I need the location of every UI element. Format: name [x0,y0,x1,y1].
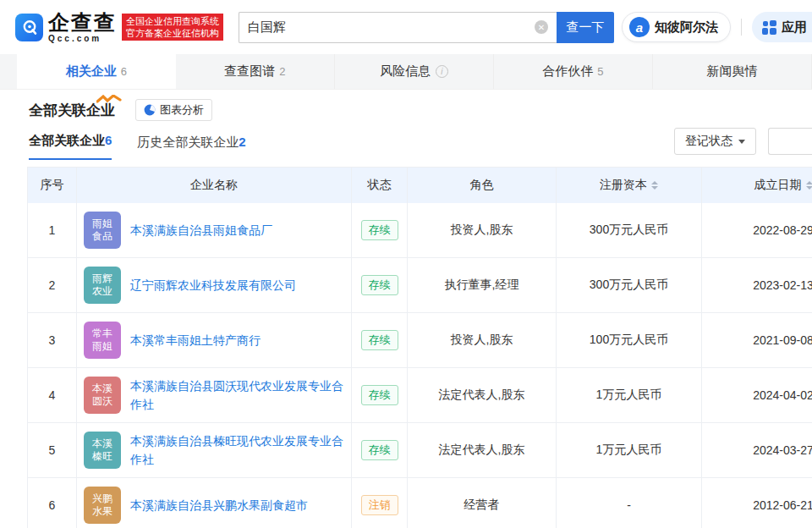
table-row: 3 常丰雨姐 本溪常丰雨姐土特产商行 存续 投资人,股东 100万元人民币 20… [28,313,812,368]
col-status: 状态 [352,168,408,203]
status-badge: 存续 [361,330,398,350]
info-icon: i [436,65,448,78]
table-row: 4 本溪圆沃 本溪满族自治县圆沃现代农业发展专业合作社 存续 法定代表人,股东 … [28,368,812,423]
company-name-link[interactable]: 本溪常丰雨姐土特产商行 [130,331,261,349]
company-name-link[interactable]: 本溪满族自治县圆沃现代农业发展专业合作社 [130,377,346,414]
company-avatar: 兴鹏水果 [84,487,121,524]
col-seq: 序号 [28,168,77,203]
top-header: 企查查 Qcc.com 全国企业信用查询系统 官方备案企业征信机构 ✕ 查一下 … [0,0,812,54]
col-name: 企业名称 [77,168,352,203]
primary-tabbar: 相关企业 6 查查图谱 2 风险信息 i 合作伙伴 5 新闻舆情 [0,54,812,90]
company-avatar: 雨辉农业 [84,267,121,304]
status-badge: 注销 [361,495,398,515]
search-box: ✕ [239,12,557,43]
title-highlight-mark [96,95,122,103]
status-badge: 存续 [361,220,398,240]
col-capital[interactable]: 注册资本 [557,168,702,203]
header-divider [741,19,742,36]
subtab-all-related[interactable]: 全部关联企业6 [29,133,112,160]
chart-analysis-button[interactable]: 图表分析 [135,99,212,121]
tab-partners[interactable]: 合作伙伴 5 [494,54,653,89]
tab-chacha-graph[interactable]: 查查图谱 2 [176,54,335,89]
zhibi-alpha-icon: a [629,17,650,37]
company-avatar: 本溪圆沃 [84,377,121,414]
apps-grid-icon [762,20,776,35]
tab-risk-info[interactable]: 风险信息 i [335,54,494,89]
chevron-down-icon [738,140,745,144]
company-name-link[interactable]: 本溪满族自治县兴鹏水果副食超市 [130,496,308,514]
company-avatar: 常丰雨姐 [84,322,121,359]
company-name-link[interactable]: 本溪满族自治县榛旺现代农业发展专业合作社 [130,432,346,469]
zhibi-alpha-button[interactable]: a 知彼阿尔法 [622,12,731,42]
table-row: 2 雨辉农业 辽宁雨辉农业科技发展有限公司 存续 执行董事,经理 300万元人民… [28,258,812,313]
sort-icon[interactable] [651,181,658,190]
registration-status-dropdown[interactable]: 登记状态 [674,128,756,155]
status-badge: 存续 [361,275,398,295]
clear-search-icon[interactable]: ✕ [535,20,548,34]
related-companies-table: 序号 企业名称 状态 角色 注册资本 成立日期 1 雨姐食品 本溪满族自治县雨姐… [27,167,812,528]
search-button[interactable]: 查一下 [557,12,614,43]
table-row: 6 兴鹏水果 本溪满族自治县兴鹏水果副食超市 注销 经营者 - 2012-06-… [28,478,812,528]
sort-icon[interactable] [806,181,812,190]
subtab-history-related[interactable]: 历史全部关联企业2 [137,135,245,160]
col-role: 角色 [408,168,557,203]
brand-domain: Qcc.com [48,35,117,43]
qcc-logo[interactable]: 企查查 Qcc.com 全国企业信用查询系统 官方备案企业征信机构 [15,12,223,43]
brand-name: 企查查 [48,12,117,33]
table-row: 5 本溪榛旺 本溪满族自治县榛旺现代农业发展专业合作社 存续 法定代表人,股东 … [28,423,812,478]
company-name-link[interactable]: 辽宁雨辉农业科技发展有限公司 [130,276,296,294]
company-name-link[interactable]: 本溪满族自治县雨姐食品厂 [130,221,272,239]
pie-chart-icon [144,104,156,116]
status-badge: 存续 [361,385,398,405]
company-avatar: 本溪榛旺 [84,432,121,469]
partial-filter-button[interactable] [768,128,812,155]
col-date[interactable]: 成立日期 [702,168,812,203]
certification-badge: 全国企业信用查询系统 官方备案企业征信机构 [122,14,223,41]
apps-button[interactable]: 应用 [752,12,812,42]
qcc-logo-icon [15,14,43,41]
status-badge: 存续 [361,440,398,460]
company-avatar: 雨姐食品 [84,212,121,249]
table-header-row: 序号 企业名称 状态 角色 注册资本 成立日期 [28,168,812,203]
tab-related-companies[interactable]: 相关企业 6 [17,54,176,89]
page-title: 全部关联企业 [29,101,115,120]
search-input[interactable] [248,20,535,35]
tab-news[interactable]: 新闻舆情 [653,54,812,89]
table-row: 1 雨姐食品 本溪满族自治县雨姐食品厂 存续 投资人,股东 300万元人民币 2… [28,203,812,258]
